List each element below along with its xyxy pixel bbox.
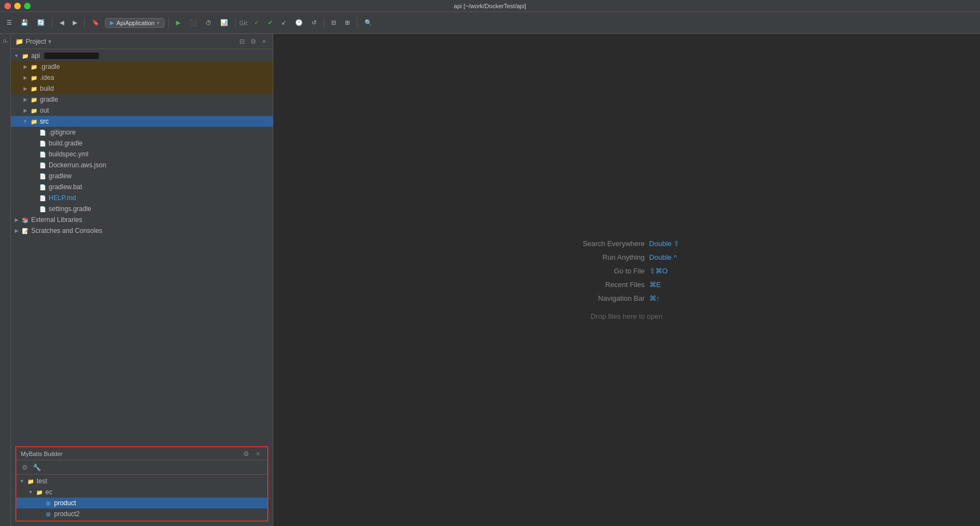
folder-icon: 📁: [26, 477, 35, 486]
tree-item-label: .gitignore: [49, 128, 75, 136]
mybatis-tree-item-test[interactable]: ▼ 📁 test: [16, 476, 267, 487]
traffic-lights: [4, 3, 31, 9]
run-config-selector[interactable]: ▶ ApiApplication ▾: [105, 18, 165, 28]
folder-icon: 📁: [15, 38, 24, 45]
tree-item-gradlew[interactable]: ▶ 📄 gradlew: [11, 171, 273, 182]
toolbar-menu-btn[interactable]: ☰: [3, 16, 15, 30]
toolbar-build-btn[interactable]: ▶: [173, 16, 184, 30]
project-icon[interactable]: P: [1, 36, 10, 46]
tree-item-build-gradle[interactable]: ▶ 📄 build.gradle: [11, 138, 273, 149]
mybatis-gear-btn[interactable]: ⚙: [20, 463, 30, 472]
mybatis-tree-item-product2[interactable]: ▶ ⊞ product2: [16, 509, 267, 519]
chevron-right-icon: ▶: [13, 228, 20, 233]
toolbar-split-btn[interactable]: ⊞: [342, 16, 353, 30]
shortcuts-list: Search Everywhere Double ⇧ Run Anything …: [574, 239, 680, 320]
maximize-button[interactable]: [24, 3, 31, 9]
toolbar-sync-btn[interactable]: 🔄: [34, 16, 48, 30]
mybatis-settings-btn[interactable]: ⚙: [241, 449, 251, 459]
mybatis-tree-item-ec[interactable]: ▼ 📁 ec: [16, 487, 267, 498]
tree-item-gradlew-bat[interactable]: ▶ 📄 gradlew.bat: [11, 182, 273, 192]
tree-item-gitignore[interactable]: ▶ 📄 .gitignore: [11, 127, 273, 138]
shortcut-key: Double ^: [649, 253, 677, 261]
tree-item-label: ec: [45, 488, 52, 496]
no-chevron: ▶: [31, 141, 37, 146]
project-header-actions: ⊟ ⚙ ×: [238, 37, 268, 46]
tree-item-out[interactable]: ▶ 📁 out: [11, 105, 273, 116]
tree-item-buildspec[interactable]: ▶ 📄 buildspec.yml: [11, 149, 273, 160]
tree-item-label: gradle: [40, 96, 58, 103]
git-revert-btn[interactable]: ↺: [308, 16, 320, 30]
json-icon: 📄: [38, 161, 47, 170]
project-close-btn[interactable]: ×: [260, 37, 268, 46]
shortcut-label: Search Everywhere: [574, 239, 645, 248]
shortcut-label: Run Anything: [574, 253, 645, 261]
tree-item-settings-gradle[interactable]: ▶ 📄 settings.gradle: [11, 203, 273, 214]
tree-item-label: build: [40, 85, 54, 92]
tree-item-gradle2[interactable]: ▶ 📁 gradle: [11, 94, 273, 105]
tree-item-label: settings.gradle: [49, 205, 91, 213]
table-icon: ⊞: [44, 510, 52, 518]
tree-item-label: product2: [54, 510, 80, 518]
toolbar-terminal-btn[interactable]: ⊟: [328, 16, 339, 30]
tree-item-help-md[interactable]: ▶ 📄 HELP.md: [11, 192, 273, 203]
toolbar-back-btn[interactable]: ◀: [56, 16, 67, 30]
shortcut-run-anything: Run Anything Double ^: [574, 253, 680, 261]
tree-item-scratches[interactable]: ▶ 📝 Scratches and Consoles: [11, 225, 273, 236]
mybatis-panel-header: MyBatis Builder ⚙ ×: [16, 447, 267, 460]
no-chevron: ▶: [31, 173, 37, 179]
shortcut-key: Double ⇧: [649, 239, 680, 248]
no-chevron: ▶: [36, 511, 43, 517]
mybatis-wrench-btn[interactable]: 🔧: [32, 463, 42, 472]
close-button[interactable]: [4, 3, 11, 9]
tree-item-api[interactable]: ▼ 📁 api: [11, 50, 273, 61]
project-title-label: Project: [26, 38, 46, 45]
toolbar-profile-btn[interactable]: ⏱: [202, 16, 215, 30]
tree-item-src[interactable]: ▼ 📁 src: [11, 116, 273, 127]
folder-blue-icon: 📁: [30, 117, 38, 126]
toolbar-sep-3: [168, 17, 169, 28]
gradle-icon: 📄: [38, 204, 47, 213]
git-tick-btn[interactable]: ✔: [265, 16, 276, 30]
mybatis-tree-item-product[interactable]: ▶ ⊞ product: [16, 498, 267, 509]
minimize-button[interactable]: [14, 3, 21, 9]
yml-icon: 📄: [38, 150, 47, 159]
git-check-btn[interactable]: ✓: [251, 16, 262, 30]
side-icon-bar: P: [0, 34, 11, 526]
tree-item-label: out: [40, 107, 49, 114]
git-arrow-btn[interactable]: ↙: [278, 16, 290, 30]
tree-item-label: test: [37, 477, 47, 485]
mybatis-toolbar: ⚙ 🔧: [16, 460, 267, 475]
tree-item-idea[interactable]: ▶ 📁 .idea: [11, 72, 273, 83]
chevron-right-icon: ▶: [22, 97, 28, 102]
tree-item-dockerrun[interactable]: ▶ 📄 Dockerrun.aws.json: [11, 160, 273, 171]
project-expand-all-btn[interactable]: ⊟: [238, 37, 247, 46]
git-history-btn[interactable]: 🕐: [292, 16, 306, 30]
tree-item-external-libraries[interactable]: ▶ 📚 External Libraries: [11, 214, 273, 225]
shortcut-label: Navigation Bar: [574, 294, 645, 302]
tree-item-build[interactable]: ▶ 📁 build: [11, 83, 273, 94]
table-icon: ⊞: [44, 499, 52, 507]
main-layout: P 📁 Project ▾ ⊟ ⚙ × ▼ 📁 api: [0, 34, 980, 526]
git-label: Git:: [239, 20, 249, 26]
tree-item-label: HELP.md: [49, 194, 76, 202]
mybatis-close-btn[interactable]: ×: [253, 449, 263, 459]
toolbar-search-btn[interactable]: 🔍: [361, 16, 375, 30]
project-settings-btn[interactable]: ⚙: [249, 37, 257, 46]
toolbar-coverage-btn[interactable]: 📊: [217, 16, 231, 30]
project-dropdown-arrow[interactable]: ▾: [48, 38, 51, 45]
toolbar-forward-btn[interactable]: ▶: [69, 16, 80, 30]
folder-orange-icon: 📁: [30, 73, 38, 82]
tree-item-gradle[interactable]: ▶ 📁 .gradle: [11, 61, 273, 72]
chevron-down-icon: ▼: [22, 119, 28, 124]
bat-icon: 📄: [38, 183, 47, 191]
gradle-icon: 📄: [38, 139, 47, 148]
toolbar-bookmark-btn[interactable]: 🔖: [89, 16, 103, 30]
shortcut-goto-file: Go to File ⇧⌘O: [574, 267, 680, 275]
shortcut-label: Recent Files: [574, 280, 645, 289]
titlebar: api [~/work/DockerTest/api]: [0, 0, 980, 12]
folder-icon: 📁: [35, 488, 44, 496]
no-chevron: ▶: [31, 195, 37, 201]
toolbar-save-btn[interactable]: 💾: [17, 16, 32, 30]
tree-item-label: .idea: [40, 74, 54, 81]
toolbar-debug-btn[interactable]: ⬛: [186, 16, 200, 30]
